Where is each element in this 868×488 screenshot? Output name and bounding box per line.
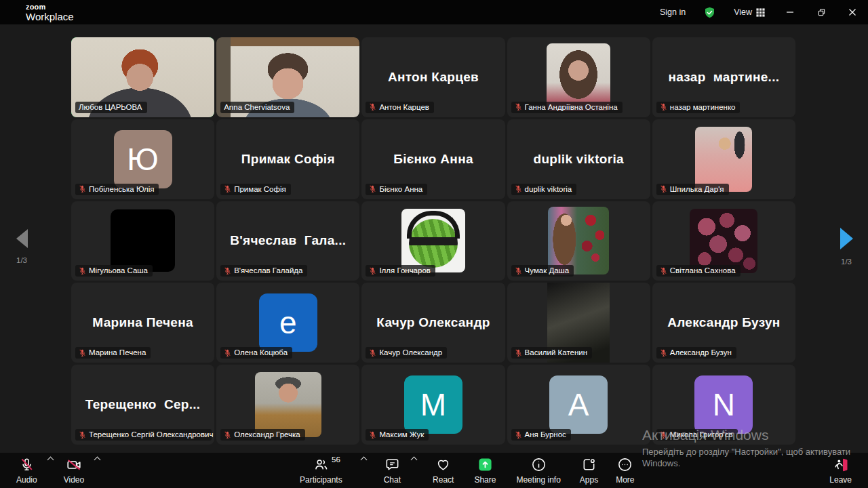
apps-button[interactable]: Apps xyxy=(573,453,605,488)
security-shield-icon[interactable] xyxy=(695,6,724,19)
chat-button[interactable]: Chat xyxy=(377,453,408,488)
audio-options-caret[interactable] xyxy=(44,442,57,477)
participant-tile[interactable]: Марина Печена Марина Печена xyxy=(71,283,214,363)
participant-name-label: назар мартиненко xyxy=(656,102,741,113)
next-page-arrow[interactable] xyxy=(840,228,853,249)
participant-tile[interactable]: M Максим Жук xyxy=(361,365,505,445)
mic-muted-icon xyxy=(660,185,667,192)
next-page-nav: 1/3 xyxy=(826,228,867,266)
mic-muted-icon xyxy=(369,431,376,439)
camera-off-icon xyxy=(66,457,82,473)
participant-name-label: Василий Катенин xyxy=(511,347,593,359)
participant-name-label: Ганна Андріївна Останіна xyxy=(511,102,623,113)
participant-tile[interactable]: Примак Софія Примак Софія xyxy=(216,119,359,199)
participants-options-caret[interactable] xyxy=(357,442,370,477)
mic-muted-icon xyxy=(515,185,522,192)
react-label: React xyxy=(433,475,454,485)
chevron-up-icon xyxy=(47,456,54,463)
mic-muted-icon xyxy=(515,349,522,357)
video-grid: Любов ЦАРЬОВА Anna Cherviatsova Антон Ка… xyxy=(71,37,795,445)
participant-name: Микола Григор'єв xyxy=(670,430,733,439)
participant-name-label: Любов ЦАРЬОВА xyxy=(75,102,147,113)
participant-name-label: Аня Бурнос xyxy=(511,429,571,441)
chat-label: Chat xyxy=(384,475,401,485)
participant-tile[interactable]: Терещенко Сер... Терещенко Сергій Олекса… xyxy=(71,365,214,445)
participant-tile[interactable]: назар мартине... назар мартиненко xyxy=(652,37,795,117)
meeting-info-button[interactable]: Meeting info xyxy=(509,453,567,488)
chevron-up-icon xyxy=(94,456,101,463)
participant-tile[interactable]: Ілля Гончаров xyxy=(361,201,505,281)
video-options-caret[interactable] xyxy=(91,442,104,477)
mic-muted-icon xyxy=(369,103,376,110)
participant-name-label: Олена Коцюба xyxy=(220,347,292,359)
participant-tile[interactable]: Качур Олександр Качур Олександр xyxy=(361,283,505,363)
leave-button[interactable]: Leave xyxy=(823,453,859,488)
close-button[interactable] xyxy=(837,0,868,24)
mic-muted-icon xyxy=(660,103,667,110)
participant-tile[interactable]: Світлана Сахнова xyxy=(652,201,795,281)
participant-name: Терещенко Сергій Олександрович xyxy=(89,430,213,439)
react-button[interactable]: React xyxy=(426,453,460,488)
previous-page-arrow[interactable] xyxy=(16,229,28,248)
chat-options-caret[interactable] xyxy=(408,442,420,477)
mic-off-icon xyxy=(19,457,35,472)
participant-tile[interactable]: Бієнко Анна Бієнко Анна xyxy=(361,119,505,199)
mic-muted-icon xyxy=(660,431,667,439)
mic-muted-icon xyxy=(224,431,231,439)
mic-muted-icon xyxy=(79,349,86,357)
participant-name-label: Anna Cherviatsova xyxy=(220,102,294,113)
share-label: Share xyxy=(474,475,496,485)
mic-muted-icon xyxy=(79,431,86,439)
participant-tile[interactable]: Антон Карцев Антон Карцев xyxy=(361,37,505,117)
participant-tile[interactable]: duplik viktoria duplik viktoria xyxy=(507,119,650,199)
chevron-up-icon xyxy=(360,456,367,463)
logo-workplace-text: Workplace xyxy=(26,12,74,22)
participant-display-name: назар мартине... xyxy=(668,70,779,85)
more-button[interactable]: More xyxy=(609,453,641,488)
participant-name: Чумак Даша xyxy=(525,266,570,274)
participant-tile[interactable]: В'ячеслав Гала... В'ячеслав Галайда xyxy=(216,201,359,281)
view-button[interactable]: View xyxy=(724,7,774,17)
participant-tile[interactable]: N Микола Григор'єв xyxy=(652,365,795,445)
participant-name-label: Микола Григор'єв xyxy=(656,429,738,441)
participant-tile[interactable]: e Олена Коцюба xyxy=(216,283,359,363)
participant-name: Примак Софія xyxy=(234,185,286,193)
mic-muted-icon xyxy=(224,185,231,192)
participant-tile[interactable]: Любов ЦАРЬОВА xyxy=(71,37,214,117)
participant-tile[interactable]: Anna Cherviatsova xyxy=(216,37,359,117)
participants-button[interactable]: 56 Participants xyxy=(293,453,349,488)
participant-name-label: Максим Жук xyxy=(366,429,429,441)
participant-name: Бієнко Анна xyxy=(379,185,422,193)
participant-name-label: Антон Карцев xyxy=(366,102,434,113)
participant-name: Мігульова Саша xyxy=(89,266,148,274)
participant-tile[interactable]: Чумак Даша xyxy=(507,201,650,281)
logo-zoom-text: zoom xyxy=(26,3,74,11)
participant-display-name: duplik viktoria xyxy=(534,152,624,167)
close-icon xyxy=(848,8,856,16)
audio-button[interactable]: Audio xyxy=(9,453,44,488)
share-button[interactable]: Share xyxy=(467,453,502,488)
participant-name: Anna Cherviatsova xyxy=(224,103,290,111)
sign-in-button[interactable]: Sign in xyxy=(650,7,695,17)
letter-avatar: e xyxy=(259,293,317,352)
participant-tile[interactable]: Василий Катенин xyxy=(507,283,650,363)
participant-tile[interactable]: Ю Побіленська Юлія xyxy=(71,119,214,199)
participant-name-label: Александр Бузун xyxy=(656,347,736,359)
participant-tile[interactable]: Олександр Гречка xyxy=(216,365,359,445)
participant-name-label: Олександр Гречка xyxy=(220,429,305,441)
participant-name-label: Чумак Даша xyxy=(511,265,574,277)
participant-tile[interactable]: Мігульова Саша xyxy=(71,201,214,281)
restore-button[interactable] xyxy=(806,0,837,24)
participant-tile[interactable]: Шпилька Дар'я xyxy=(652,119,795,199)
participant-tile[interactable]: Ганна Андріївна Останіна xyxy=(507,37,650,117)
apps-label: Apps xyxy=(580,475,598,485)
minimize-button[interactable] xyxy=(774,0,806,24)
mic-muted-icon xyxy=(515,431,522,439)
video-button[interactable]: Video xyxy=(57,453,91,488)
participant-name: Марина Печена xyxy=(89,348,146,357)
participant-tile[interactable]: Александр Бузун Александр Бузун xyxy=(652,283,795,363)
watermelon-video-visual xyxy=(401,209,465,272)
participant-tile[interactable]: A Аня Бурнос xyxy=(507,365,650,445)
participant-name: Олександр Гречка xyxy=(234,430,300,439)
heart-icon xyxy=(435,457,451,472)
